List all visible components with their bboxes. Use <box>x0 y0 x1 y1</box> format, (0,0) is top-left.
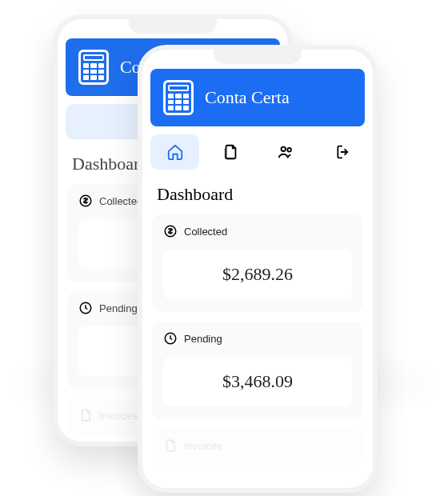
dollar-icon <box>78 194 93 208</box>
pending-value: $3,468.09 <box>163 357 352 406</box>
dollar-icon <box>163 224 178 238</box>
nav-clients[interactable] <box>261 134 310 170</box>
clock-icon <box>163 331 178 346</box>
home-icon <box>166 143 184 161</box>
invoices-label: Invoices <box>184 440 222 452</box>
nav-home[interactable] <box>150 134 199 170</box>
app-title: Conta Certa <box>205 87 290 108</box>
pending-label: Pending <box>184 333 222 345</box>
pending-card: Pending $3,468.09 <box>152 322 363 419</box>
logout-icon <box>332 143 350 161</box>
nav-logout[interactable] <box>316 134 365 170</box>
collected-label: Collected <box>184 226 227 238</box>
collected-card: Collected $2,689.26 <box>152 214 363 312</box>
svg-point-3 <box>287 148 291 152</box>
calculator-icon <box>163 80 194 115</box>
invoices-card: Invoices <box>152 429 363 466</box>
people-icon <box>277 143 294 161</box>
calculator-icon <box>78 50 109 85</box>
nav-documents[interactable] <box>206 134 254 170</box>
app-header: Conta Certa <box>150 69 365 126</box>
svg-point-2 <box>281 147 286 152</box>
pending-label: Pending <box>99 302 138 314</box>
invoices-label: Invoices <box>99 410 138 422</box>
collected-label: Collected <box>99 195 142 207</box>
phone-mockup-front: Conta Certa Dashboard Collected $2,689.2… <box>138 45 378 493</box>
clock-icon <box>78 301 93 315</box>
document-icon <box>222 143 239 161</box>
document-icon <box>163 438 178 453</box>
collected-value: $2,689.26 <box>163 250 352 299</box>
bottom-nav <box>150 134 365 170</box>
page-title: Dashboard <box>157 184 358 205</box>
document-icon <box>78 408 93 422</box>
